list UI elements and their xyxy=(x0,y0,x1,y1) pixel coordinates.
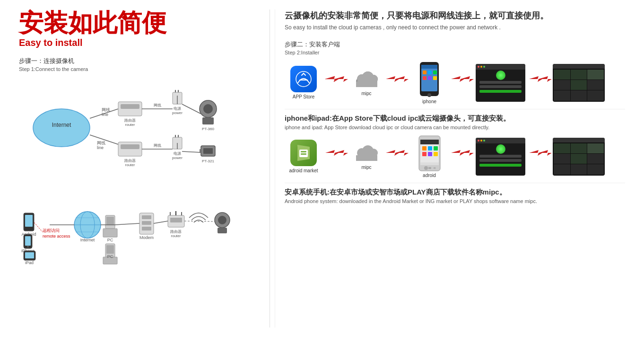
svg-marker-146 xyxy=(539,150,552,156)
svg-point-82 xyxy=(218,216,226,224)
main-description-chinese: 云摄像机的安装非常简便，只要将电源和网线连接上，就可直接使用。 xyxy=(285,9,625,22)
step2-label-chinese: 步骤二：安装客户端 xyxy=(285,40,625,49)
svg-point-15 xyxy=(203,104,213,114)
svg-rect-72 xyxy=(142,227,151,231)
svg-rect-133 xyxy=(422,146,426,151)
svg-text:网线: 网线 xyxy=(102,107,110,112)
android-market-icon xyxy=(290,140,317,166)
mipc-cloud-2: mipc xyxy=(350,143,383,170)
arrow8 xyxy=(528,146,552,167)
app-login-screenshot-iphone xyxy=(476,64,525,102)
svg-rect-132 xyxy=(420,140,439,144)
svg-rect-120 xyxy=(301,151,306,152)
svg-text:网线: 网线 xyxy=(97,141,105,145)
svg-rect-16 xyxy=(202,117,214,124)
svg-text:power: power xyxy=(172,111,183,115)
app-login-screenshot-android xyxy=(476,138,525,176)
svg-rect-83 xyxy=(218,228,227,233)
svg-line-86 xyxy=(115,223,139,225)
divider xyxy=(270,9,270,328)
svg-rect-35 xyxy=(203,148,213,154)
arrow3 xyxy=(450,72,474,93)
svg-text:路由器: 路由器 xyxy=(170,230,182,234)
svg-rect-136 xyxy=(422,152,426,156)
main-description-english: So easy to install the cloud ip cameras … xyxy=(285,24,625,31)
svg-text:line: line xyxy=(102,112,108,117)
svg-marker-102 xyxy=(395,76,409,82)
svg-marker-129 xyxy=(395,150,409,156)
svg-text:iPad: iPad xyxy=(25,260,34,265)
multi-screen-android xyxy=(553,138,605,176)
svg-marker-114 xyxy=(461,76,474,82)
svg-text:router: router xyxy=(125,123,135,127)
svg-text:Internet: Internet xyxy=(52,122,71,128)
svg-rect-50 xyxy=(25,252,34,258)
svg-text:PC: PC xyxy=(107,254,113,259)
svg-rect-71 xyxy=(142,221,151,225)
svg-line-41 xyxy=(182,151,201,152)
android-description-section: 安卓系统手机:在安卓市场或安智市场或PLAY商店下载软件名称mipc。 Andr… xyxy=(285,183,625,204)
android-market-label: adroid market xyxy=(289,168,318,173)
mipc-label-1: mipc xyxy=(361,91,371,96)
arrow1 xyxy=(324,72,348,93)
svg-point-140 xyxy=(424,166,428,170)
left-panel: 安装如此简便 Easy to install 步骤一：连接摄像机 Step 1:… xyxy=(19,9,265,328)
network-diagram-top: Internet 网线 line 路由器 router 电源 power xyxy=(19,76,236,180)
appstore-icon-box: APP Store xyxy=(285,66,322,99)
iphone-install-row: APP Store xyxy=(285,61,625,104)
svg-rect-138 xyxy=(434,152,438,156)
svg-rect-109 xyxy=(423,76,426,80)
arrow5 xyxy=(324,146,348,167)
iphone-label: iphone xyxy=(422,99,436,104)
arrow4 xyxy=(528,72,552,93)
svg-rect-106 xyxy=(423,71,426,74)
svg-rect-137 xyxy=(428,152,432,156)
svg-line-54 xyxy=(34,222,43,232)
svg-text:网线: 网线 xyxy=(154,103,161,107)
network-diagram-bottom: Android iPhone iPad 远程访问 remote access xyxy=(19,185,236,265)
svg-text:Modem: Modem xyxy=(139,235,154,240)
svg-text:line: line xyxy=(97,145,104,150)
svg-rect-6 xyxy=(121,104,139,109)
svg-rect-105 xyxy=(421,65,437,69)
svg-rect-111 xyxy=(433,76,437,80)
svg-rect-43 xyxy=(25,215,33,227)
svg-rect-135 xyxy=(434,146,438,151)
arrow6 xyxy=(385,146,409,167)
android-desc-english: Android phone system: downloaded in the … xyxy=(285,198,625,204)
svg-text:router: router xyxy=(171,234,181,238)
svg-marker-123 xyxy=(335,150,348,156)
appstore-icon xyxy=(290,66,317,92)
svg-rect-100 xyxy=(356,81,377,87)
svg-text:power: power xyxy=(172,156,183,160)
android-device: adroid xyxy=(410,135,448,178)
svg-text:Internet: Internet xyxy=(80,238,95,242)
step1-label: 步骤一：连接摄像机 xyxy=(19,57,255,65)
android-label: adroid xyxy=(423,173,436,178)
svg-text:路由器: 路由器 xyxy=(124,118,136,123)
svg-line-87 xyxy=(154,221,168,223)
svg-rect-66 xyxy=(106,245,114,254)
mipc-cloud-1: mipc xyxy=(350,70,383,96)
svg-rect-70 xyxy=(142,215,151,219)
svg-rect-127 xyxy=(356,155,377,161)
svg-text:路由器: 路由器 xyxy=(124,159,136,163)
svg-rect-121 xyxy=(301,153,306,155)
iphone-device: iphone xyxy=(410,61,448,104)
svg-marker-116 xyxy=(539,76,552,82)
svg-text:PT-321: PT-321 xyxy=(202,159,214,163)
android-desc-chinese: 安卓系统手机:在安卓市场或安智市场或PLAY商店下载软件名称mipc。 xyxy=(285,188,625,197)
multi-screen-iphone xyxy=(553,64,605,102)
svg-rect-108 xyxy=(433,71,437,74)
svg-rect-75 xyxy=(170,218,182,222)
iphone-description-section: iphone和ipad:在App Store下载cloud ipc或云端摄像头，… xyxy=(285,109,625,130)
iphone-desc-english: iphone and ipad: App Store download clou… xyxy=(285,124,625,130)
svg-rect-139 xyxy=(420,162,439,165)
step2-label-english: Step 2:Installer xyxy=(285,50,625,55)
svg-point-112 xyxy=(427,93,431,97)
arrow7 xyxy=(450,146,474,167)
right-panel: 云摄像机的安装非常简便，只要将电源和网线连接上，就可直接使用。 So easy … xyxy=(275,9,625,328)
svg-text:电源: 电源 xyxy=(174,106,181,111)
svg-rect-141 xyxy=(428,167,431,169)
svg-marker-144 xyxy=(461,150,474,156)
